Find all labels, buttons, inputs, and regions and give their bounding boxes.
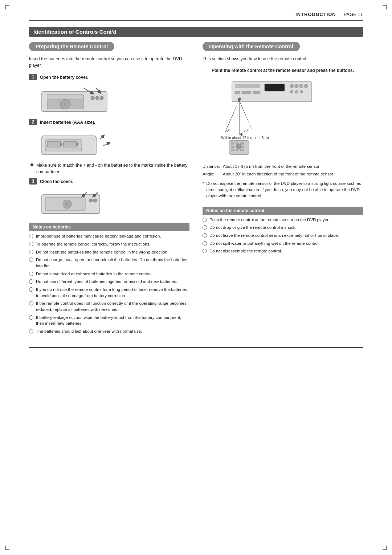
dvd-player-close-svg [40,188,113,217]
notes-item-text: Do not leave the remote control near an … [209,232,339,239]
notes-batteries-item: Do not use different types of batteries … [29,279,189,285]
header-page-label: PAGE 11 [344,12,363,17]
battery-note-text: Make sure to match the + and - on the ba… [36,162,189,175]
svg-rect-53 [231,149,234,151]
svg-rect-13 [60,143,62,146]
corner-mark-tl [5,5,9,9]
svg-rect-28 [265,84,285,91]
page-inner: INTRODUCTION PAGE 11 Identification of C… [18,0,374,362]
notes-batteries-item: If the remote control does not function … [29,300,189,312]
step-1: 1 Open the battery cover. [29,74,189,81]
sensor-diagram: 30° 30° Within about 17 ft (about 5 m) [203,78,363,158]
svg-rect-2 [47,94,83,100]
step-3-illustration [40,188,189,217]
distance-label: Distance: [203,163,221,170]
svg-text:30°: 30° [225,129,230,133]
svg-point-37 [295,90,298,93]
notes-remote-item: Do not disassemble the remote control. [203,248,363,254]
notes-item-text: To operate the remote control correctly,… [36,241,151,247]
svg-point-39 [238,98,241,101]
notes-remote-box: Notes on the remote control Point the re… [203,207,363,254]
dvd-player-open-svg [40,84,113,115]
notes-circle-icon [29,242,33,246]
svg-line-40 [226,101,239,129]
notes-circle-icon [203,225,207,230]
right-sub-section-header: Operating with the Remote Control [203,42,300,51]
svg-point-30 [295,84,298,88]
svg-point-29 [290,84,294,88]
step-2-badge: 2 [29,119,37,125]
notes-circle-icon [29,279,33,284]
notes-batteries-item: Do not insert the batteries into the rem… [29,249,189,255]
step-2-illustration [40,129,189,158]
sensor-diagram-svg: 30° 30° Within about 17 ft (about 5 m) [221,78,344,158]
svg-rect-27 [235,84,260,88]
notes-circle-icon [29,315,33,320]
notes-batteries-item: The batteries should last about one year… [29,328,189,335]
notes-circle-icon [203,218,207,222]
bottom-line [29,347,363,348]
svg-rect-55 [240,149,244,151]
notes-batteries-item: If you do not use the remote control for… [29,287,189,299]
step-1-badge: 1 [29,74,37,80]
svg-rect-12 [47,141,61,147]
svg-point-4 [64,103,66,105]
angle-label: Angle: [203,171,221,177]
notes-item-text: Point the remote control at the remote s… [209,217,329,223]
notes-batteries-header: Notes on batteries [29,223,189,231]
svg-rect-33 [235,91,240,94]
notes-circle-icon [29,301,33,305]
step-1-text: Open the battery cover. [40,74,88,81]
svg-rect-34 [242,91,251,94]
svg-rect-50 [231,146,234,148]
notes-item-text: Do not leave dead or exhausted batteries… [36,271,153,277]
header-divider [340,11,340,17]
distance-row-1: Distance: About 17 ft (5 m) from the fro… [203,163,363,170]
notes-circle-icon [203,249,207,253]
svg-point-38 [300,90,303,93]
svg-line-41 [239,101,252,129]
svg-rect-14 [64,141,77,147]
corner-mark-bl [5,546,9,550]
bold-instruction-text: Point the remote control at the remote s… [203,67,363,74]
notes-batteries-box: Notes on batteries Improper use of batte… [29,223,189,334]
svg-line-17 [103,143,109,146]
svg-point-5 [91,96,94,100]
notes-batteries-item: If battery leakage occurs, wipe the batt… [29,315,189,327]
notes-item-text: Do not spill water or put anything wet o… [209,240,320,247]
notes-remote-item: Do not leave the remote control near an … [203,232,363,239]
distance-info: Distance: About 17 ft (5 m) from the fro… [203,163,363,199]
distance-row-2: Angle: About 30º in each direction of th… [203,171,363,177]
notes-remote-item: Point the remote control at the remote s… [203,217,363,223]
svg-point-31 [299,84,303,88]
step-2-text: Insert batteries (AAA size). [40,119,95,126]
notes-remote-item: Do not spill water or put anything wet o… [203,240,363,247]
asterisk-note: * Do not expose the remote sensor of the… [203,181,363,199]
notes-circle-icon [29,250,33,254]
notes-circle-icon [29,258,33,262]
right-column: Operating with the Remote Control This s… [203,42,363,336]
page-header: INTRODUCTION PAGE 11 [29,11,363,21]
svg-rect-54 [236,149,239,151]
left-sub-section-header: Preparing the Remote Control [29,42,114,51]
notes-batteries-list: Improper use of batteries may cause batt… [29,233,189,334]
left-intro-desc: Insert the batteries into the remote con… [29,56,189,69]
notes-circle-icon [29,234,33,238]
bullet-dot [30,163,33,166]
header-intro-label: INTRODUCTION [295,12,336,17]
notes-item-text: Improper use of batteries may cause batt… [36,233,161,239]
svg-point-32 [304,84,308,88]
notes-item-text: If the remote control does not function … [36,300,189,312]
notes-item-text: Do not use different types of batteries … [36,279,177,285]
notes-item-text: Do not disassemble the remote control. [209,248,282,254]
notes-batteries-item: To operate the remote control correctly,… [29,241,189,247]
notes-remote-list: Point the remote control at the remote s… [203,217,363,254]
operating-intro-text: This section shows you how to use the re… [203,56,363,62]
notes-item-text: The batteries should last about one year… [36,328,142,335]
corner-mark-br [383,546,387,550]
corner-mark-tr [383,5,387,9]
notes-circle-icon [29,287,33,292]
notes-circle-icon [29,272,33,276]
left-column: Preparing the Remote Control Insert the … [29,42,189,336]
battery-bullet: Make sure to match the + and - on the ba… [29,162,189,175]
